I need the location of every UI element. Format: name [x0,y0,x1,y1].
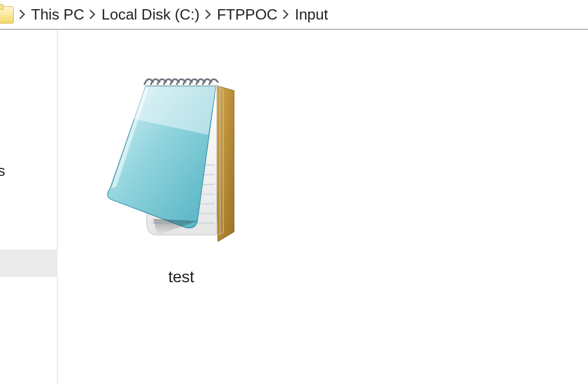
chevron-right-icon[interactable] [86,0,99,29]
crumb-label: This PC [31,6,84,24]
chevron-right-icon[interactable] [202,0,215,29]
navigation-pane[interactable]: s [0,30,58,384]
file-item-test[interactable]: test [86,53,276,286]
crumb-label: Local Disk (C:) [101,6,199,24]
crumb-input[interactable]: Input [292,6,330,24]
file-label: test [168,268,194,286]
crumb-local-disk-c[interactable]: Local Disk (C:) [99,6,201,24]
crumb-label: FTPPOC [217,6,277,24]
crumb-ftppoc[interactable]: FTPPOC [215,6,280,24]
notepad-icon [89,53,273,260]
file-list-pane[interactable]: test [58,30,588,384]
explorer-body: s [0,30,588,384]
nav-item-selected-stub[interactable] [0,249,58,277]
folder-icon [0,3,13,26]
crumb-label: Input [295,6,328,24]
chevron-right-icon[interactable] [16,0,29,29]
address-bar[interactable]: This PC Local Disk (C:) FTPPOC Input [0,0,588,30]
chevron-right-icon[interactable] [280,0,292,29]
crumb-this-pc[interactable]: This PC [29,6,86,24]
nav-item-truncated[interactable]: s [0,162,5,180]
